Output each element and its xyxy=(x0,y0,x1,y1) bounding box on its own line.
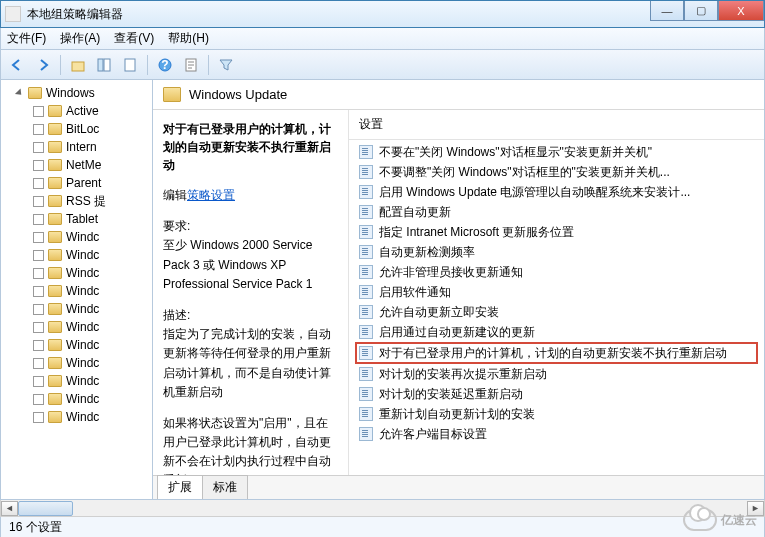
tree-node[interactable]: Windc xyxy=(5,408,152,426)
setting-item[interactable]: 对于有已登录用户的计算机，计划的自动更新安装不执行重新启动 xyxy=(355,342,758,364)
show-tree-button[interactable] xyxy=(92,53,116,77)
expand-icon[interactable] xyxy=(33,304,44,315)
setting-item[interactable]: 不要调整"关闭 Windows"对话框里的"安装更新并关机... xyxy=(355,162,758,182)
expand-icon[interactable] xyxy=(33,142,44,153)
window-title: 本地组策略编辑器 xyxy=(27,6,123,23)
svg-rect-3 xyxy=(125,59,135,71)
tree-node[interactable]: Windc xyxy=(5,354,152,372)
up-button[interactable] xyxy=(66,53,90,77)
tab-extended[interactable]: 扩展 xyxy=(157,475,203,499)
setting-item[interactable]: 允许非管理员接收更新通知 xyxy=(355,262,758,282)
tree-node-label: Windc xyxy=(66,266,99,280)
tree-node-windows[interactable]: Windows xyxy=(5,84,152,102)
tree-node[interactable]: NetMe xyxy=(5,156,152,174)
setting-item[interactable]: 启用通过自动更新建议的更新 xyxy=(355,322,758,342)
tree-node[interactable]: BitLoc xyxy=(5,120,152,138)
setting-item[interactable]: 启用软件通知 xyxy=(355,282,758,302)
settings-column-header[interactable]: 设置 xyxy=(349,110,764,140)
setting-item[interactable]: 对计划的安装再次提示重新启动 xyxy=(355,364,758,384)
tree-node-label: Windows xyxy=(46,86,95,100)
expand-icon[interactable] xyxy=(33,358,44,369)
expand-icon[interactable] xyxy=(33,178,44,189)
setting-label: 允许非管理员接收更新通知 xyxy=(379,264,523,281)
setting-item[interactable]: 重新计划自动更新计划的安装 xyxy=(355,404,758,424)
nav-forward-button[interactable] xyxy=(31,53,55,77)
setting-item[interactable]: 启用 Windows Update 电源管理以自动唤醒系统来安装计... xyxy=(355,182,758,202)
tree-node[interactable]: Intern xyxy=(5,138,152,156)
menu-help[interactable]: 帮助(H) xyxy=(168,30,209,47)
folder-icon xyxy=(48,123,62,135)
expand-icon[interactable] xyxy=(33,286,44,297)
tree-node[interactable]: Windc xyxy=(5,372,152,390)
expand-icon[interactable] xyxy=(33,214,44,225)
setting-item[interactable]: 不要在"关闭 Windows"对话框显示"安装更新并关机" xyxy=(355,142,758,162)
tree-node[interactable]: Tablet xyxy=(5,210,152,228)
expand-icon[interactable] xyxy=(33,322,44,333)
status-count: 16 个设置 xyxy=(9,519,62,536)
minimize-button[interactable]: — xyxy=(650,1,684,21)
folder-icon xyxy=(48,321,62,333)
setting-label: 配置自动更新 xyxy=(379,204,451,221)
horizontal-scrollbar[interactable]: ◄ ► xyxy=(0,500,765,517)
tree-node[interactable]: Windc xyxy=(5,318,152,336)
tree-node[interactable]: Windc xyxy=(5,282,152,300)
tree-pane[interactable]: Windows ActiveBitLocInternNetMeParentRSS… xyxy=(1,80,153,499)
setting-label: 允许客户端目标设置 xyxy=(379,426,487,443)
maximize-button[interactable]: ▢ xyxy=(684,1,718,21)
tree-node[interactable]: Windc xyxy=(5,300,152,318)
expand-icon[interactable] xyxy=(33,376,44,387)
scroll-left-button[interactable]: ◄ xyxy=(1,501,18,516)
setting-label: 指定 Intranet Microsoft 更新服务位置 xyxy=(379,224,574,241)
tree-node[interactable]: RSS 提 xyxy=(5,192,152,210)
tab-standard[interactable]: 标准 xyxy=(202,475,248,499)
tree-node[interactable]: Windc xyxy=(5,228,152,246)
expand-icon[interactable] xyxy=(33,160,44,171)
expand-icon[interactable] xyxy=(33,106,44,117)
expand-icon[interactable] xyxy=(33,124,44,135)
expand-icon[interactable] xyxy=(33,340,44,351)
filter-button[interactable] xyxy=(214,53,238,77)
svg-text:?: ? xyxy=(161,58,168,72)
expand-icon[interactable] xyxy=(33,412,44,423)
setting-item[interactable]: 对计划的安装延迟重新启动 xyxy=(355,384,758,404)
setting-label: 对计划的安装延迟重新启动 xyxy=(379,386,523,403)
setting-item[interactable]: 配置自动更新 xyxy=(355,202,758,222)
scroll-thumb[interactable] xyxy=(18,501,73,516)
scroll-track[interactable] xyxy=(18,501,747,516)
toolbar-separator xyxy=(147,55,148,75)
close-button[interactable]: X xyxy=(718,1,764,21)
help-button[interactable]: ? xyxy=(153,53,177,77)
tree-node-label: NetMe xyxy=(66,158,101,172)
menu-action[interactable]: 操作(A) xyxy=(60,30,100,47)
folder-icon xyxy=(163,87,181,102)
setting-item[interactable]: 允许客户端目标设置 xyxy=(355,424,758,444)
tree-node-label: Tablet xyxy=(66,212,98,226)
properties-button[interactable] xyxy=(118,53,142,77)
tree-node[interactable]: Windc xyxy=(5,336,152,354)
menu-file[interactable]: 文件(F) xyxy=(7,30,46,47)
settings-list[interactable]: 不要在"关闭 Windows"对话框显示"安装更新并关机"不要调整"关闭 Win… xyxy=(349,140,764,475)
setting-label: 启用软件通知 xyxy=(379,284,451,301)
expand-icon xyxy=(15,88,24,97)
expand-icon[interactable] xyxy=(33,232,44,243)
expand-icon[interactable] xyxy=(33,196,44,207)
tree-node[interactable]: Active xyxy=(5,102,152,120)
tree-node[interactable]: Windc xyxy=(5,390,152,408)
nav-back-button[interactable] xyxy=(5,53,29,77)
tree-node[interactable]: Windc xyxy=(5,264,152,282)
setting-item[interactable]: 允许自动更新立即安装 xyxy=(355,302,758,322)
expand-icon[interactable] xyxy=(33,394,44,405)
tree-node[interactable]: Windc xyxy=(5,246,152,264)
expand-icon[interactable] xyxy=(33,268,44,279)
expand-icon[interactable] xyxy=(33,250,44,261)
tree-node[interactable]: Parent xyxy=(5,174,152,192)
tree-node-label: RSS 提 xyxy=(66,193,106,210)
cloud-icon xyxy=(683,509,717,531)
menu-view[interactable]: 查看(V) xyxy=(114,30,154,47)
export-button[interactable] xyxy=(179,53,203,77)
edit-policy-link[interactable]: 策略设置 xyxy=(187,188,235,202)
setting-item[interactable]: 指定 Intranet Microsoft 更新服务位置 xyxy=(355,222,758,242)
svg-rect-2 xyxy=(104,59,110,71)
setting-item[interactable]: 自动更新检测频率 xyxy=(355,242,758,262)
view-tabs: 扩展 标准 xyxy=(153,475,764,499)
